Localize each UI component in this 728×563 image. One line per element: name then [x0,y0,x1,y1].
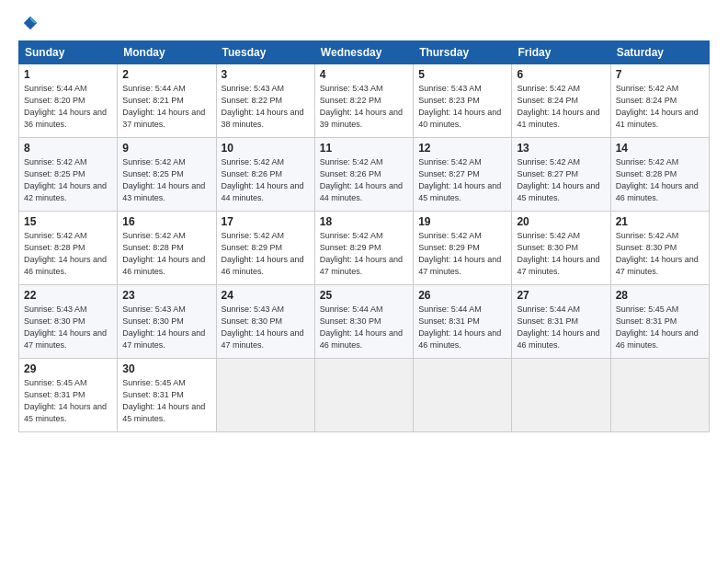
day-number: 19 [418,215,506,228]
calendar-cell: 15Sunrise: 5:42 AMSunset: 8:28 PMDayligh… [19,212,118,285]
day-number: 21 [616,215,704,228]
day-number: 11 [320,142,408,155]
calendar-cell: 28Sunrise: 5:45 AMSunset: 8:31 PMDayligh… [610,285,709,359]
calendar-cell: 22Sunrise: 5:43 AMSunset: 8:30 PMDayligh… [19,285,118,359]
calendar-cell: 30Sunrise: 5:45 AMSunset: 8:31 PMDayligh… [118,359,216,432]
day-number: 18 [320,215,408,228]
day-number: 16 [122,215,210,228]
day-info: Sunrise: 5:44 AMSunset: 8:21 PMDaylight:… [122,83,210,131]
weekday-friday: Friday [512,41,610,64]
weekday-monday: Monday [118,41,216,64]
day-info: Sunrise: 5:42 AMSunset: 8:24 PMDaylight:… [517,83,605,131]
day-info: Sunrise: 5:42 AMSunset: 8:25 PMDaylight:… [24,156,112,204]
day-info: Sunrise: 5:43 AMSunset: 8:30 PMDaylight:… [24,304,112,351]
calendar-row: 1Sunrise: 5:44 AMSunset: 8:20 PMDaylight… [19,64,710,138]
day-number: 24 [222,289,310,302]
calendar-row: 8Sunrise: 5:42 AMSunset: 8:25 PMDaylight… [19,138,710,212]
calendar-cell: 29Sunrise: 5:45 AMSunset: 8:31 PMDayligh… [19,359,118,432]
day-number: 1 [24,68,112,81]
day-info: Sunrise: 5:42 AMSunset: 8:28 PMDaylight:… [24,230,112,278]
day-number: 13 [517,142,605,155]
day-info: Sunrise: 5:44 AMSunset: 8:20 PMDaylight:… [24,83,112,131]
day-number: 30 [122,362,210,375]
calendar-cell [512,359,610,432]
calendar-cell: 3Sunrise: 5:43 AMSunset: 8:22 PMDaylight… [216,64,314,138]
calendar-cell: 7Sunrise: 5:42 AMSunset: 8:24 PMDaylight… [610,64,709,138]
calendar-cell: 14Sunrise: 5:42 AMSunset: 8:28 PMDayligh… [610,138,709,212]
day-number: 6 [517,68,605,81]
day-number: 22 [24,289,112,302]
calendar-cell: 25Sunrise: 5:44 AMSunset: 8:30 PMDayligh… [314,285,413,359]
day-number: 10 [222,142,310,155]
weekday-sunday: Sunday [19,41,118,64]
calendar-row: 15Sunrise: 5:42 AMSunset: 8:28 PMDayligh… [19,212,710,285]
calendar-cell: 5Sunrise: 5:43 AMSunset: 8:23 PMDaylight… [414,64,512,138]
day-info: Sunrise: 5:42 AMSunset: 8:28 PMDaylight:… [616,156,704,204]
calendar-cell: 21Sunrise: 5:42 AMSunset: 8:30 PMDayligh… [610,212,709,285]
calendar-cell: 17Sunrise: 5:42 AMSunset: 8:29 PMDayligh… [216,212,314,285]
day-number: 29 [24,362,112,375]
weekday-thursday: Thursday [414,41,512,64]
calendar-cell: 10Sunrise: 5:42 AMSunset: 8:26 PMDayligh… [216,138,314,212]
day-number: 14 [616,142,704,155]
day-number: 17 [222,215,310,228]
day-info: Sunrise: 5:42 AMSunset: 8:26 PMDaylight:… [222,156,310,204]
day-info: Sunrise: 5:44 AMSunset: 8:31 PMDaylight:… [418,304,506,351]
calendar-cell: 24Sunrise: 5:43 AMSunset: 8:30 PMDayligh… [216,285,314,359]
weekday-header-row: SundayMondayTuesdayWednesdayThursdayFrid… [19,41,710,64]
page: SundayMondayTuesdayWednesdayThursdayFrid… [0,0,728,563]
day-info: Sunrise: 5:42 AMSunset: 8:29 PMDaylight:… [418,230,506,278]
weekday-saturday: Saturday [610,41,709,64]
day-info: Sunrise: 5:42 AMSunset: 8:24 PMDaylight:… [616,83,704,131]
day-info: Sunrise: 5:45 AMSunset: 8:31 PMDaylight:… [616,304,704,351]
calendar-cell: 9Sunrise: 5:42 AMSunset: 8:25 PMDaylight… [118,138,216,212]
day-info: Sunrise: 5:42 AMSunset: 8:29 PMDaylight:… [320,230,408,278]
calendar-cell: 6Sunrise: 5:42 AMSunset: 8:24 PMDaylight… [512,64,610,138]
calendar-cell: 19Sunrise: 5:42 AMSunset: 8:29 PMDayligh… [414,212,512,285]
calendar-cell: 8Sunrise: 5:42 AMSunset: 8:25 PMDaylight… [19,138,118,212]
day-number: 2 [122,68,210,81]
day-info: Sunrise: 5:44 AMSunset: 8:30 PMDaylight:… [320,304,408,351]
day-number: 8 [24,142,112,155]
day-number: 7 [616,68,704,81]
day-info: Sunrise: 5:42 AMSunset: 8:30 PMDaylight:… [517,230,605,278]
day-number: 12 [418,142,506,155]
weekday-tuesday: Tuesday [216,41,314,64]
day-number: 25 [320,289,408,302]
day-info: Sunrise: 5:42 AMSunset: 8:26 PMDaylight:… [320,156,408,204]
day-number: 9 [122,142,210,155]
header [18,15,710,31]
day-info: Sunrise: 5:45 AMSunset: 8:31 PMDaylight:… [24,377,112,425]
day-number: 5 [418,68,506,81]
day-info: Sunrise: 5:44 AMSunset: 8:31 PMDaylight:… [517,304,605,351]
day-info: Sunrise: 5:43 AMSunset: 8:23 PMDaylight:… [418,83,506,131]
day-info: Sunrise: 5:43 AMSunset: 8:22 PMDaylight:… [320,83,408,131]
calendar-cell: 20Sunrise: 5:42 AMSunset: 8:30 PMDayligh… [512,212,610,285]
day-info: Sunrise: 5:43 AMSunset: 8:22 PMDaylight:… [222,83,310,131]
day-info: Sunrise: 5:42 AMSunset: 8:29 PMDaylight:… [222,230,310,278]
calendar-header: SundayMondayTuesdayWednesdayThursdayFrid… [19,41,710,64]
calendar-table: SundayMondayTuesdayWednesdayThursdayFrid… [18,40,710,432]
day-info: Sunrise: 5:43 AMSunset: 8:30 PMDaylight:… [122,304,210,351]
calendar-cell: 12Sunrise: 5:42 AMSunset: 8:27 PMDayligh… [414,138,512,212]
day-info: Sunrise: 5:45 AMSunset: 8:31 PMDaylight:… [122,377,210,425]
calendar-cell: 18Sunrise: 5:42 AMSunset: 8:29 PMDayligh… [314,212,413,285]
day-number: 3 [222,68,310,81]
logo [18,15,39,31]
day-info: Sunrise: 5:42 AMSunset: 8:25 PMDaylight:… [122,156,210,204]
day-info: Sunrise: 5:42 AMSunset: 8:28 PMDaylight:… [122,230,210,278]
calendar-cell: 13Sunrise: 5:42 AMSunset: 8:27 PMDayligh… [512,138,610,212]
day-number: 26 [418,289,506,302]
day-info: Sunrise: 5:43 AMSunset: 8:30 PMDaylight:… [222,304,310,351]
calendar-cell: 11Sunrise: 5:42 AMSunset: 8:26 PMDayligh… [314,138,413,212]
day-number: 23 [122,289,210,302]
calendar-row: 22Sunrise: 5:43 AMSunset: 8:30 PMDayligh… [19,285,710,359]
calendar-cell: 16Sunrise: 5:42 AMSunset: 8:28 PMDayligh… [118,212,216,285]
calendar-cell: 26Sunrise: 5:44 AMSunset: 8:31 PMDayligh… [414,285,512,359]
calendar-cell: 4Sunrise: 5:43 AMSunset: 8:22 PMDaylight… [314,64,413,138]
calendar-cell [216,359,314,432]
logo-icon [22,15,39,31]
calendar-cell [314,359,413,432]
calendar-cell: 27Sunrise: 5:44 AMSunset: 8:31 PMDayligh… [512,285,610,359]
day-info: Sunrise: 5:42 AMSunset: 8:27 PMDaylight:… [418,156,506,204]
